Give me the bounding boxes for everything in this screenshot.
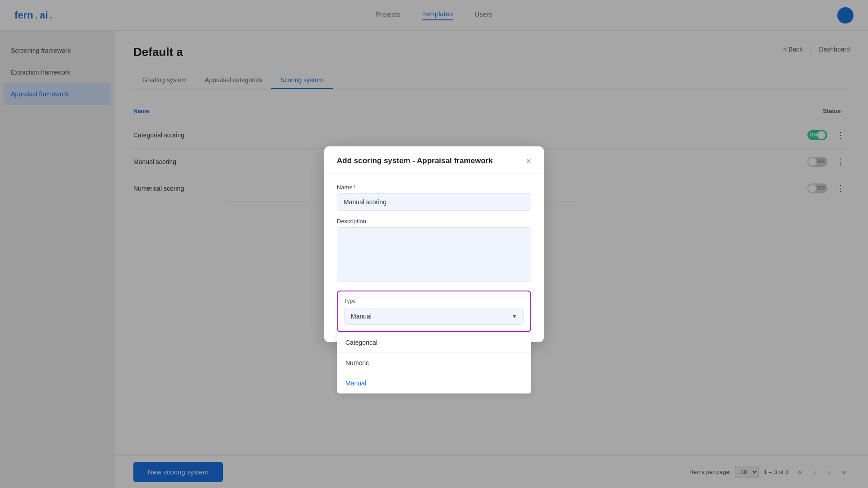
type-selected-value: Manual [351, 313, 372, 320]
dropdown-item-manual[interactable]: Manual [337, 373, 531, 393]
modal-overlay[interactable]: Add scoring system - Appraisal framework… [0, 0, 868, 488]
modal-dialog: Add scoring system - Appraisal framework… [324, 146, 544, 342]
description-label: Description [337, 218, 531, 225]
type-dropdown: Categorical Numeric Manual [337, 332, 531, 394]
dropdown-item-categorical[interactable]: Categorical [337, 333, 531, 352]
type-label: Type [344, 298, 524, 304]
dropdown-item-numeric[interactable]: Numeric [337, 353, 531, 373]
type-section: Type Manual ▼ Categorical Numeric Manual [337, 291, 531, 332]
chevron-down-icon: ▼ [512, 313, 517, 319]
name-input[interactable] [337, 193, 531, 211]
name-required: * [354, 184, 356, 191]
modal-body: Name* Description Type Manual ▼ Categori… [324, 174, 544, 342]
type-select[interactable]: Manual ▼ [344, 308, 524, 325]
modal-title: Add scoring system - Appraisal framework [337, 156, 493, 165]
modal-header: Add scoring system - Appraisal framework… [324, 146, 544, 174]
modal-close-button[interactable]: × [526, 156, 531, 165]
description-textarea[interactable] [337, 227, 531, 282]
name-label: Name* [337, 184, 531, 191]
